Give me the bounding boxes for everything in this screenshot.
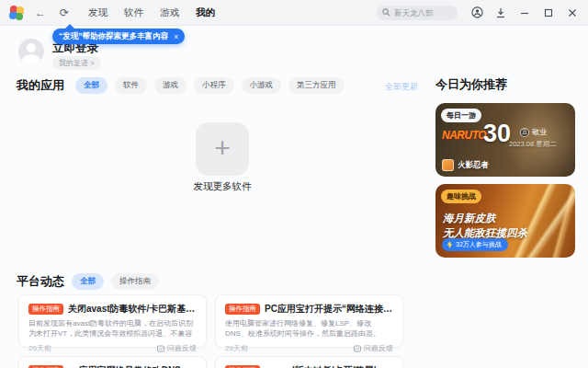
account-icon[interactable] (470, 6, 483, 19)
feedback-link[interactable]: 问题反馈 (354, 343, 393, 353)
my-apps-tab-miniprograms[interactable]: 小程序 (194, 77, 234, 94)
feed-tab-all[interactable]: 全部 (72, 273, 104, 290)
feed-post[interactable]: 操作指南 PC应用宝打开提示“网络连接错误” 使用电脑管家进行网络修复、修复LS… (215, 294, 403, 348)
feed-post[interactable]: 操作指南 opengl版本过低/卡死/花屏/闪退，升级显卡驱动… (215, 356, 403, 368)
feed-post[interactable]: 操作指南 关闭avast防毒软件/卡巴斯基减少卡顿现象 目前发现装有avast防… (18, 294, 207, 348)
post-body: 使用电脑管家进行网络修复、修复LSP、修改DNS、校准系统时间等操作，然后重启路… (225, 319, 393, 339)
calendar-date: 2023.08 星期二 (509, 140, 557, 149)
post-tag: 操作指南 (28, 304, 63, 315)
download-icon[interactable] (494, 6, 507, 19)
post-title: 关闭avast防毒软件/卡巴斯基减少卡顿现象 (68, 303, 197, 316)
recommend-title: 今日为你推荐 (435, 76, 507, 93)
game-avatar-icon (442, 159, 454, 171)
post-title: PC应用宝打开提示“网络连接错误” (265, 303, 393, 316)
calendar-day: 30 (483, 120, 511, 148)
my-apps-tab-thirdparty[interactable]: 第三方应用 (288, 77, 345, 94)
daily-game-card[interactable]: 每日一游 NARUTO 30 宜 敬业 2023.08 星期二 火影忍者 (435, 103, 575, 177)
post-title: opengl版本过低/卡死/花屏/闪退，升级显卡驱动… (265, 364, 393, 368)
game-name: 火影忍者 (458, 160, 489, 171)
main-nav: 发现 软件 游戏 我的 (88, 6, 215, 19)
feedback-icon (354, 345, 361, 352)
profile-footprint-link[interactable]: 我的足迹 > (52, 56, 101, 70)
plus-icon: + (214, 134, 231, 162)
post-time: 29天前 (225, 343, 248, 353)
challenge-card[interactable]: 趣味挑战 海月新皮肤 无人能敌狂揽四杀 32万人参与挑战 (435, 184, 575, 258)
feed-tab-guide[interactable]: 操作指南 (111, 273, 159, 290)
post-title: pc应用宝网络异常修改DNS教程 (68, 364, 197, 368)
tooltip-text: “发现”帮助你探索更多丰富内容 (59, 31, 168, 42)
participants-pill[interactable]: 32万人参与挑战 (442, 238, 508, 251)
feedback-link[interactable]: 问题反馈 (157, 343, 197, 353)
participants-count: 32万人参与挑战 (456, 240, 502, 249)
search-box[interactable] (377, 6, 458, 20)
nav-item-mine[interactable]: 我的 (196, 6, 215, 19)
lightning-icon (447, 241, 453, 248)
maximize-icon[interactable] (542, 6, 555, 19)
post-body: 目前发现装有avast防毒软件的电脑，在启动后识别为未打开VT，此类情况会导致模… (28, 319, 197, 339)
post-time: 26天前 (28, 343, 51, 353)
my-apps-tab-all[interactable]: 全部 (75, 77, 107, 94)
update-all-link[interactable]: 全部更新 (385, 81, 418, 93)
challenge-badge: 趣味挑战 (441, 190, 481, 203)
search-icon (382, 8, 390, 17)
tooltip-close-icon[interactable]: × (174, 32, 178, 41)
feed-post[interactable]: 操作指南 pc应用宝网络异常修改DNS教程 (18, 356, 207, 368)
titlebar: ← ⟳ 发现 软件 游戏 我的 (0, 0, 588, 26)
app-logo-icon (9, 6, 24, 20)
feed-title: 平台动态 (17, 273, 64, 290)
challenge-headline-1: 海月新皮肤 (443, 212, 527, 225)
naruto-logo: NARUTO (442, 129, 486, 142)
discover-tooltip: “发现”帮助你探索更多丰富内容 × (52, 29, 185, 44)
feedback-icon (157, 345, 164, 352)
daily-game-badge: 每日一游 (441, 109, 481, 122)
search-input[interactable] (394, 8, 452, 17)
my-apps-title: 我的应用 (17, 77, 64, 94)
add-software-tile[interactable]: + (196, 122, 249, 176)
close-icon[interactable] (566, 6, 579, 19)
post-tag: 操作指南 (225, 304, 260, 315)
my-apps-tab-minigames[interactable]: 小游戏 (242, 77, 282, 94)
luck-label: 敬业 (532, 127, 547, 137)
luck-icon: 宜 (520, 128, 529, 137)
minimize-icon[interactable] (518, 6, 531, 19)
my-apps-tab-software[interactable]: 软件 (115, 77, 147, 94)
refresh-icon[interactable]: ⟳ (57, 6, 72, 19)
add-software-label: 发现更多软件 (167, 180, 277, 193)
my-apps-tab-games[interactable]: 游戏 (154, 77, 187, 94)
nav-item-software[interactable]: 软件 (124, 6, 143, 19)
nav-item-games[interactable]: 游戏 (160, 6, 179, 19)
avatar[interactable] (18, 39, 44, 64)
back-icon[interactable]: ← (33, 6, 48, 19)
nav-item-discover[interactable]: 发现 (88, 6, 107, 19)
